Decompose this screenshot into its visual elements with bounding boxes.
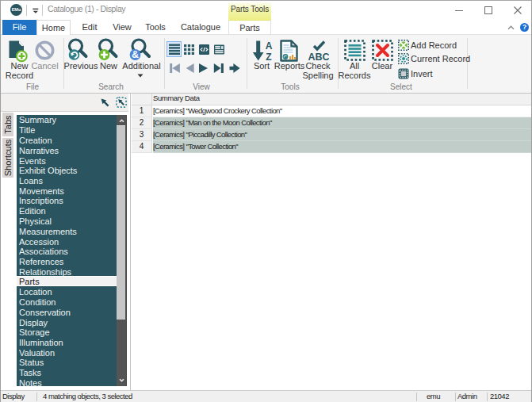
svg-text:A: A	[266, 40, 273, 52]
svg-text:&: &	[132, 49, 139, 60]
